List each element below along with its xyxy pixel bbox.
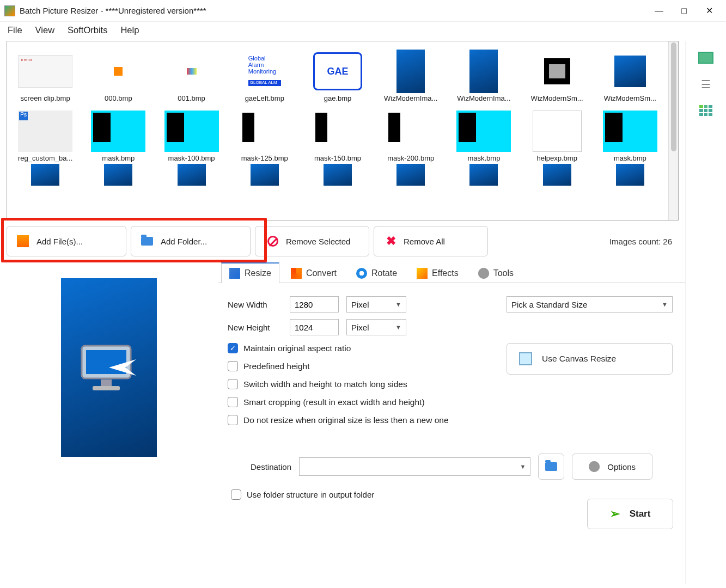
tab-effects[interactable]: Effects [408, 263, 467, 283]
switch-sides-checkbox[interactable] [228, 379, 238, 389]
canvas-resize-label: Use Canvas Resize [542, 354, 616, 364]
thumbnail-image: ● error [18, 50, 72, 93]
new-width-label: New Width [228, 300, 282, 309]
thumbnail-item[interactable] [9, 163, 81, 186]
remove-all-button[interactable]: ✖ Remove All [374, 226, 488, 256]
height-unit-select[interactable]: Pixel ▼ [346, 319, 406, 335]
width-unit-select[interactable]: Pixel ▼ [346, 296, 406, 313]
thumbnail-item[interactable]: mask-125.bmp [229, 103, 301, 162]
tab-resize[interactable]: Resize [221, 262, 279, 283]
options-button[interactable]: Options [572, 454, 652, 480]
effects-icon [417, 268, 428, 279]
height-unit-label: Pixel [351, 323, 369, 332]
no-resize-checkbox[interactable] [228, 415, 238, 425]
thumbnail-item[interactable] [302, 163, 374, 186]
menu-help[interactable]: Help [120, 25, 139, 35]
thumbnail-item[interactable]: GlobalAlarmMonitoringGLOBAL ALMgaeLeft.b… [229, 44, 301, 102]
menu-file[interactable]: File [8, 25, 22, 35]
new-width-input[interactable] [290, 296, 339, 313]
thumbnail-item[interactable] [82, 163, 154, 186]
view-mode-sidebar: ☰ [685, 41, 726, 584]
thumbnail-image [383, 50, 438, 93]
thumbnail-image [91, 109, 145, 153]
new-height-input[interactable] [290, 319, 339, 335]
add-folder-button[interactable]: Add Folder... [131, 226, 251, 256]
thumbnail-image: GlobalAlarmMonitoringGLOBAL ALM [237, 50, 292, 93]
destination-input[interactable]: ▼ [299, 457, 530, 476]
thumbnail-item[interactable]: GAEgae.bmp [302, 44, 374, 102]
thumbnail-item[interactable]: WizModernSm... [521, 44, 593, 102]
thumbnail-image [237, 109, 292, 153]
start-button[interactable]: ➢ Start [587, 499, 673, 529]
thumbnail-item[interactable]: mask.bmp [594, 103, 666, 162]
thumbnail-item[interactable]: 000.bmp [82, 44, 154, 102]
thumbnail-item[interactable]: WizModernIma... [375, 44, 447, 102]
maximize-button[interactable]: □ [672, 2, 697, 20]
tab-rotate[interactable]: Rotate [348, 263, 405, 283]
thumbnail-image [530, 163, 584, 186]
thumbnail-label: WizModernIma... [384, 94, 437, 102]
thumbnail-label: mask-125.bmp [241, 154, 288, 162]
start-label: Start [630, 509, 651, 519]
aspect-ratio-label: Maintain original aspect ratio [243, 344, 351, 353]
thumbnail-item[interactable] [375, 163, 447, 186]
thumbnail-item[interactable] [594, 163, 666, 186]
minimize-button[interactable]: — [646, 2, 672, 20]
chevron-down-icon: ▼ [395, 301, 401, 308]
thumbnail-pane[interactable]: ● errorscreen clip.bmp000.bmp001.bmpGlob… [7, 41, 679, 220]
thumbnail-item[interactable]: WizModernIma... [448, 44, 520, 102]
menu-view[interactable]: View [35, 25, 54, 35]
predef-height-label: Predefined height [243, 362, 310, 371]
menu-softorbits[interactable]: SoftOrbits [68, 25, 107, 35]
tab-rotate-label: Rotate [371, 268, 397, 278]
browse-destination-button[interactable] [538, 454, 564, 480]
destination-label: Destination [251, 462, 291, 471]
tab-convert[interactable]: Convert [283, 263, 345, 283]
predef-height-checkbox[interactable] [228, 361, 238, 371]
view-thumbnails-icon[interactable] [698, 52, 713, 64]
thumbnail-item[interactable]: 001.bmp [155, 44, 227, 102]
tab-tools[interactable]: Tools [470, 263, 522, 283]
thumbnail-label: mask.bmp [102, 154, 135, 162]
preview-image [61, 278, 157, 457]
image-icon [17, 235, 29, 247]
view-list-icon[interactable]: ☰ [701, 79, 711, 90]
svg-rect-4 [93, 386, 120, 390]
close-button[interactable]: ✕ [697, 2, 722, 20]
thumbnail-scrollbar[interactable] [668, 41, 678, 220]
thumbnail-label: WizModernSm... [604, 94, 656, 102]
start-icon: ➢ [610, 507, 620, 521]
standard-size-select[interactable]: Pick a Standard Size ▼ [507, 296, 673, 313]
thumbnail-item[interactable]: WizModernSm... [594, 44, 666, 102]
thumbnail-item[interactable]: helpexp.bmp [521, 103, 593, 162]
settings-tabs: Resize Convert Rotate Effects [218, 262, 685, 283]
thumbnail-item[interactable]: mask-200.bmp [375, 103, 447, 162]
add-files-button[interactable]: Add File(s)... [7, 226, 126, 256]
thumbnail-item[interactable]: mask-100.bmp [155, 103, 227, 162]
thumbnail-image [164, 163, 219, 186]
thumbnail-item[interactable]: mask.bmp [82, 103, 154, 162]
thumbnail-image [164, 109, 219, 153]
thumbnail-item[interactable]: ● errorscreen clip.bmp [9, 44, 81, 102]
canvas-resize-button[interactable]: Use Canvas Resize [507, 343, 673, 375]
app-icon [4, 5, 15, 16]
thumbnail-label: WizModernSm... [531, 94, 583, 102]
switch-sides-label: Switch width and height to match long si… [243, 379, 407, 389]
thumbnail-item[interactable]: Psreg_custom_ba... [9, 103, 81, 162]
remove-selected-button[interactable]: Remove Selected [255, 226, 369, 256]
thumbnail-item[interactable] [155, 163, 227, 186]
view-grid-icon[interactable] [699, 105, 712, 116]
smart-crop-checkbox[interactable] [228, 397, 238, 407]
x-icon: ✖ [386, 234, 396, 248]
thumbnail-label: helpexp.bmp [536, 154, 577, 162]
action-row: Add File(s)... Add Folder... Remove Sele… [0, 220, 685, 262]
thumbnail-image [310, 163, 365, 186]
aspect-ratio-checkbox[interactable]: ✓ [228, 343, 238, 353]
width-unit-label: Pixel [351, 300, 369, 309]
thumbnail-image [603, 50, 657, 93]
thumbnail-item[interactable]: mask.bmp [448, 103, 520, 162]
thumbnail-item[interactable]: mask-150.bmp [302, 103, 374, 162]
thumbnail-item[interactable] [448, 163, 520, 186]
thumbnail-item[interactable] [521, 163, 593, 186]
thumbnail-item[interactable] [229, 163, 301, 186]
